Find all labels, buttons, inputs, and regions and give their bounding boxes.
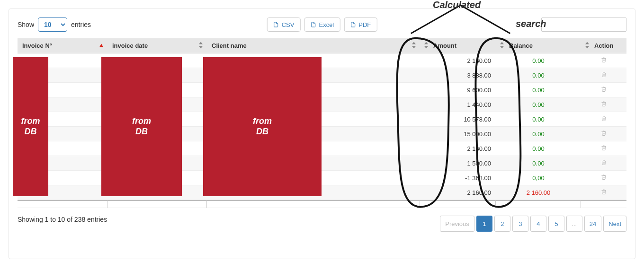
trash-icon	[601, 86, 607, 92]
delete-button[interactable]	[601, 189, 607, 196]
cell-balance: 0.00	[496, 112, 581, 127]
page-next[interactable]: Next	[603, 216, 626, 232]
table-row: 1 440.000.00	[18, 97, 626, 112]
page-2[interactable]: 2	[494, 216, 510, 232]
th-balance[interactable]: Balance	[496, 38, 581, 53]
cell-invoice-no	[18, 156, 107, 171]
table-footer-row	[18, 200, 626, 208]
svg-marker-9	[585, 42, 589, 44]
svg-marker-5	[424, 42, 428, 44]
export-csv-button[interactable]: CSV	[267, 17, 301, 32]
delete-button[interactable]	[601, 57, 607, 64]
cell-invoice-no	[18, 68, 107, 83]
cell-client-name	[207, 156, 420, 171]
sort-both-icon	[198, 42, 203, 50]
cell-action	[581, 156, 626, 171]
delete-button[interactable]	[601, 159, 607, 167]
cell-amount: 2 160.00	[420, 141, 496, 156]
cell-amount: 15 000.00	[420, 127, 496, 141]
cell-action	[581, 127, 626, 141]
length-menu: Show 102550100 entries	[18, 17, 91, 32]
cell-invoice-date	[107, 97, 207, 112]
svg-marker-8	[500, 46, 504, 48]
trash-icon	[601, 189, 607, 195]
trash-icon	[601, 145, 607, 151]
delete-button[interactable]	[601, 71, 607, 79]
cell-invoice-date	[107, 53, 207, 68]
th-amount-label: Amount	[433, 42, 456, 49]
page-previous: Previous	[440, 216, 474, 232]
search-input[interactable]	[541, 17, 626, 32]
th-action-label: Action	[594, 42, 613, 49]
export-pdf-label: PDF	[358, 21, 371, 28]
table-row: 15 000.000.00	[18, 127, 626, 141]
th-invoice-no[interactable]: Invoice N°	[18, 38, 107, 53]
cell-client-name	[207, 97, 420, 112]
th-amount[interactable]: Amount	[420, 38, 496, 53]
export-excel-label: Excel	[319, 21, 334, 28]
export-excel-button[interactable]: Excel	[304, 17, 340, 32]
trash-icon	[601, 115, 607, 122]
info-row: Showing 1 to 10 of 238 entries Previous1…	[18, 216, 626, 232]
entries-label: entries	[71, 21, 91, 28]
cell-client-name	[207, 83, 420, 97]
delete-button[interactable]	[601, 86, 607, 94]
table-row: 10 578.000.00	[18, 112, 626, 127]
sort-asc-icon	[99, 42, 104, 49]
delete-button[interactable]	[601, 174, 607, 182]
cell-invoice-no	[18, 97, 107, 112]
delete-button[interactable]	[601, 101, 607, 108]
cell-invoice-no	[18, 112, 107, 127]
cell-balance: 0.00	[496, 156, 581, 171]
cell-amount: -1 368.00	[420, 171, 496, 185]
trash-icon	[601, 57, 607, 63]
cell-action	[581, 68, 626, 83]
trash-icon	[601, 71, 607, 78]
delete-button[interactable]	[601, 145, 607, 152]
export-csv-label: CSV	[282, 21, 295, 28]
table-row: 2 160.000.00	[18, 53, 626, 68]
table-row: 2 160.002 160.00	[18, 185, 626, 200]
length-select[interactable]: 102550100	[38, 17, 67, 32]
cell-client-name	[207, 185, 420, 200]
page-4[interactable]: 4	[530, 216, 546, 232]
trash-icon	[601, 174, 607, 180]
cell-invoice-date	[107, 83, 207, 97]
delete-button[interactable]	[601, 115, 607, 123]
cell-balance: 0.00	[496, 141, 581, 156]
cell-action	[581, 53, 626, 68]
page-5[interactable]: 5	[548, 216, 564, 232]
cell-amount: 3 888.00	[420, 68, 496, 83]
cell-amount: 10 578.00	[420, 112, 496, 127]
th-invoice-no-label: Invoice N°	[22, 42, 52, 49]
th-client-name[interactable]: Client name	[207, 38, 420, 53]
trash-icon	[601, 159, 607, 165]
file-csv-icon	[273, 22, 279, 27]
th-invoice-date-label: invoice date	[112, 42, 148, 49]
table-row: -1 368.000,00	[18, 171, 626, 185]
trash-icon	[601, 130, 607, 136]
th-invoice-date[interactable]: invoice date	[107, 38, 207, 53]
delete-button[interactable]	[601, 130, 607, 138]
svg-marker-10	[585, 46, 589, 48]
cell-balance: 0.00	[496, 83, 581, 97]
th-action[interactable]: Action	[581, 38, 626, 53]
cell-invoice-no	[18, 141, 107, 156]
cell-amount: 2 160.00	[420, 53, 496, 68]
cell-action	[581, 112, 626, 127]
table-row: 9 600.000.00	[18, 83, 626, 97]
page-ellipsis: ...	[566, 216, 582, 232]
table-info: Showing 1 to 10 of 238 entries	[18, 216, 107, 223]
svg-marker-3	[412, 42, 416, 44]
export-pdf-button[interactable]: PDF	[344, 17, 377, 32]
sort-both-icon	[585, 42, 590, 50]
page-3[interactable]: 3	[512, 216, 528, 232]
th-client-name-label: Client name	[212, 42, 247, 49]
th-balance-label: Balance	[509, 42, 533, 49]
page-1[interactable]: 1	[476, 216, 492, 232]
cell-action	[581, 171, 626, 185]
page-24[interactable]: 24	[584, 216, 601, 232]
cell-balance: 0.00	[496, 127, 581, 141]
cell-balance: 0.00	[496, 68, 581, 83]
cell-balance: 0.00	[496, 53, 581, 68]
